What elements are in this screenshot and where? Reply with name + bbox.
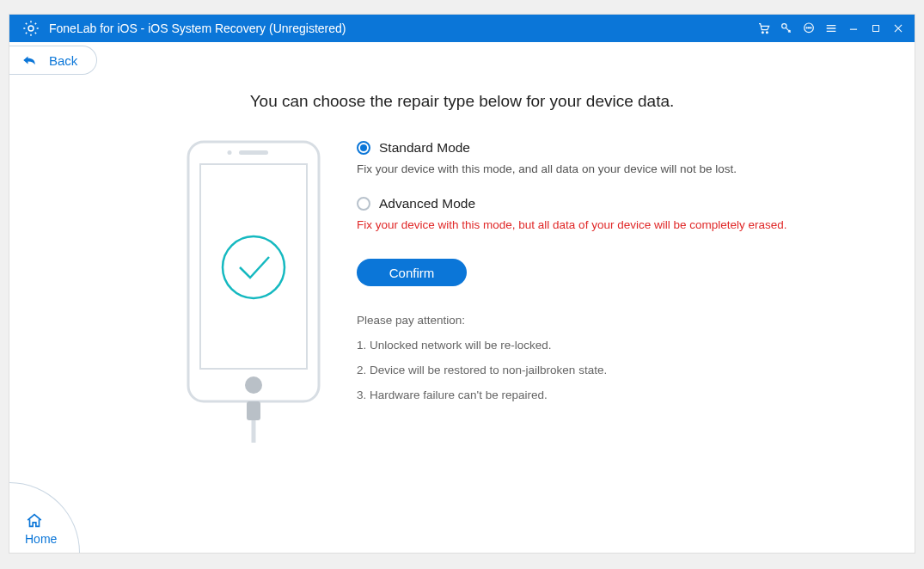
svg-point-14 — [223, 236, 285, 298]
svg-rect-8 — [873, 26, 879, 32]
standard-mode-radio[interactable]: Standard Mode — [357, 140, 863, 156]
attention-item: 1. Unlocked network will be re-locked. — [357, 339, 863, 352]
minimize-button[interactable] — [842, 15, 865, 42]
page-heading: You can choose the repair type below for… — [9, 92, 915, 111]
confirm-label: Confirm — [389, 266, 435, 280]
chat-icon[interactable] — [798, 15, 820, 42]
app-window: FoneLab for iOS - iOS System Recovery (U… — [9, 14, 915, 554]
close-button[interactable] — [887, 15, 909, 42]
svg-point-0 — [28, 26, 34, 31]
menu-icon[interactable] — [820, 15, 842, 42]
standard-mode-label: Standard Mode — [379, 140, 470, 156]
svg-point-3 — [782, 24, 786, 28]
svg-point-7 — [811, 28, 811, 28]
home-button[interactable]: Home — [9, 482, 80, 553]
attention-item: 3. Hardware failure can't be repaired. — [357, 389, 863, 401]
advanced-mode-desc: Fix your device with this mode, but all … — [357, 218, 863, 231]
svg-point-6 — [808, 28, 809, 28]
svg-point-11 — [228, 150, 232, 155]
svg-rect-15 — [247, 401, 260, 420]
content-area: Back You can choose the repair type belo… — [9, 42, 915, 553]
radio-selected-icon — [357, 141, 370, 155]
attention-heading: Please pay attention: — [357, 314, 863, 327]
svg-point-1 — [762, 32, 763, 34]
svg-point-2 — [766, 32, 768, 34]
advanced-mode-label: Advanced Mode — [379, 196, 475, 211]
svg-rect-10 — [239, 150, 268, 155]
advanced-mode-radio[interactable]: Advanced Mode — [357, 196, 863, 211]
home-label: Home — [25, 532, 57, 546]
standard-mode-desc: Fix your device with this mode, and all … — [357, 162, 863, 175]
svg-point-13 — [245, 376, 262, 394]
svg-point-5 — [806, 28, 807, 28]
app-title: FoneLab for iOS - iOS System Recovery (U… — [49, 21, 346, 35]
key-icon[interactable] — [775, 15, 798, 42]
repair-options: Standard Mode Fix your device with this … — [357, 138, 863, 448]
back-label: Back — [49, 53, 77, 68]
maximize-button[interactable] — [865, 15, 887, 42]
attention-item: 2. Device will be restored to non-jailbr… — [357, 364, 863, 376]
titlebar: FoneLab for iOS - iOS System Recovery (U… — [9, 15, 915, 42]
svg-rect-16 — [252, 420, 256, 443]
gear-icon — [21, 19, 40, 38]
svg-rect-12 — [200, 164, 307, 369]
cart-icon[interactable] — [753, 15, 775, 42]
home-icon — [25, 511, 44, 530]
back-arrow-icon — [21, 54, 37, 66]
svg-rect-9 — [188, 142, 319, 401]
confirm-button[interactable]: Confirm — [357, 259, 467, 286]
device-illustration — [185, 138, 322, 448]
back-button[interactable]: Back — [9, 46, 97, 75]
radio-unselected-icon — [357, 197, 370, 211]
